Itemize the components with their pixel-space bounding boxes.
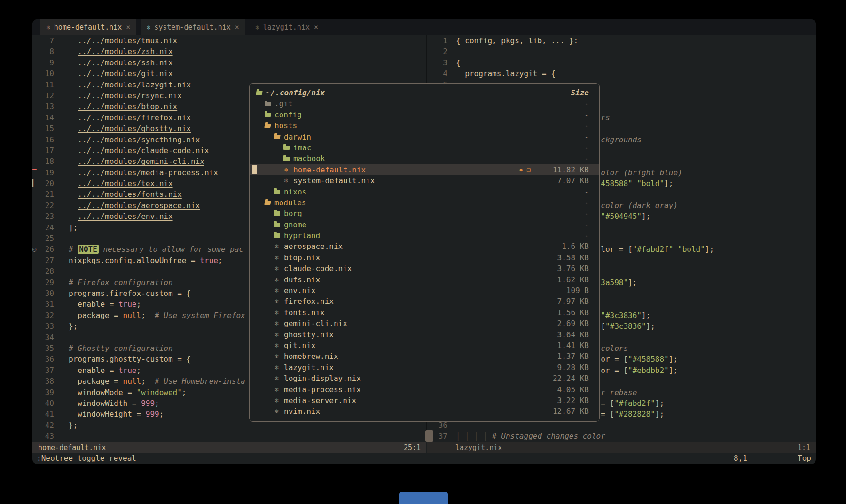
bottom-accent-bar: [399, 492, 448, 504]
ruler-position: 8,1: [734, 453, 747, 464]
code-segment: [69, 366, 78, 375]
code-segment: #: [69, 245, 78, 254]
tab-close-icon[interactable]: ×: [314, 23, 318, 31]
code-segment: ../../modules/rsync.nix: [78, 91, 182, 100]
tab-close-icon[interactable]: ×: [126, 23, 130, 31]
code-segment: ;: [141, 377, 146, 386]
code-segment: true: [118, 300, 137, 309]
tree-item[interactable]: hyprland -: [250, 230, 599, 241]
tree-item[interactable]: ❄ env.nix 109 B: [250, 285, 599, 296]
tree-item[interactable]: borg -: [250, 208, 599, 219]
editor-line[interactable]: 8 ../../modules/zsh.nix: [32, 46, 426, 57]
tree-item-size: -: [549, 219, 589, 230]
tree-item[interactable]: ❄ fonts.nix 1.56 KB: [250, 307, 599, 318]
editor-line[interactable]: 4 programs.lazygit = {: [427, 68, 816, 79]
code-segment: [69, 102, 78, 111]
editor-line[interactable]: 2: [427, 46, 816, 57]
gutter-sign: [32, 354, 39, 364]
line-code: # Ghostty configuration: [69, 343, 173, 354]
line-number: 18: [39, 156, 54, 167]
code-segment: ../../modules/lazygit.nix: [78, 80, 191, 89]
line-number: 35: [39, 343, 54, 354]
gutter-sign: [32, 101, 39, 112]
tree-item[interactable]: hosts -: [250, 120, 599, 131]
code-segment: [69, 377, 78, 386]
tab-item[interactable]: ❄ lazygit.nix ×: [250, 19, 324, 35]
tree-item-name: .git: [274, 98, 293, 109]
line-number: 1: [427, 35, 447, 46]
tree-item-size: -: [549, 120, 589, 131]
tree-item-name: hosts: [274, 120, 297, 131]
line-number: 43: [39, 431, 54, 442]
code-segment: programs.ghostty-custom = {: [69, 355, 191, 364]
code-segment: ];: [642, 311, 650, 320]
tree-item[interactable]: ❄ btop.nix 3.58 KB: [250, 252, 599, 263]
scrollbar-thumb[interactable]: [425, 430, 433, 442]
tree-item[interactable]: ❄ lazygit.nix 9.28 KB: [250, 362, 599, 373]
line-number: 28: [39, 266, 54, 277]
tree-item[interactable]: modules -: [250, 197, 599, 208]
code-segment: {: [456, 58, 461, 67]
size-column-header: Size: [571, 87, 589, 98]
gutter-sign: [32, 299, 39, 310]
editor-line[interactable]: 1 { config, pkgs, lib, ... }:: [427, 35, 816, 46]
code-segment: "#fabd2f": [614, 399, 655, 408]
tree-item-icon: [264, 124, 271, 128]
nix-file-icon: ❄: [282, 175, 290, 186]
tree-item[interactable]: ❄ nvim.nix 12.67 KB: [250, 406, 599, 417]
line-number: 21: [39, 189, 54, 200]
tree-item[interactable]: ❄ home-default.nix ●❐ 11.82 KB: [250, 164, 599, 175]
tree-item[interactable]: .git -: [250, 98, 599, 109]
code-segment: [69, 190, 78, 199]
tree-item[interactable]: ❄ ghostty.nix 3.64 KB: [250, 329, 599, 340]
line-code: ../../modules/btop.nix: [69, 101, 177, 112]
tree-item[interactable]: nixos -: [250, 186, 599, 197]
line-number: 32: [39, 310, 54, 321]
tree-item[interactable]: imac -: [250, 142, 599, 153]
editor-line[interactable]: 3 {: [427, 57, 816, 68]
tree-item-size: 11.82 KB: [549, 164, 589, 175]
tree-item[interactable]: ❄ homebrew.nix 1.37 KB: [250, 351, 599, 362]
code-segment: [69, 91, 78, 100]
tree-item-size: 22.24 KB: [549, 373, 589, 384]
tree-item[interactable]: ❄ claude-code.nix 3.76 KB: [250, 263, 599, 274]
tree-item[interactable]: ❄ login-display.nix 22.24 KB: [250, 373, 599, 384]
folder-icon: [265, 102, 271, 106]
tree-item[interactable]: ❄ media-server.nix 3.22 KB: [250, 395, 599, 406]
folder-icon: [265, 113, 271, 117]
folder-icon: [274, 223, 280, 227]
tree-item[interactable]: macbook -: [250, 153, 599, 164]
tab-bar: ❄ home-default.nix × ❄ system-default.ni…: [32, 19, 816, 35]
tree-item[interactable]: ❄ gemini-cli.nix 2.69 KB: [250, 318, 599, 329]
tree-item[interactable]: ❄ media-process.nix 4.05 KB: [250, 384, 599, 395]
line-code: ../../modules/zsh.nix: [69, 46, 173, 57]
tab-item[interactable]: ❄ home-default.nix ×: [40, 19, 136, 35]
line-number: 27: [39, 255, 54, 266]
tree-item[interactable]: config -: [250, 109, 599, 120]
editor-line[interactable]: 10 ../../modules/git.nix: [32, 68, 426, 79]
code-segment: enable =: [78, 300, 118, 309]
tree-item-size: 3.58 KB: [549, 252, 589, 263]
code-segment: true: [200, 256, 218, 265]
tree-item[interactable]: ❄ dufs.nix 1.62 KB: [250, 274, 599, 285]
line-code: windowWidth = 999;: [69, 398, 159, 409]
line-code: programs.lazygit = {: [456, 68, 556, 79]
tree-item[interactable]: ❄ system-default.nix 7.07 KB: [250, 175, 599, 186]
editor-line[interactable]: 43: [32, 431, 426, 442]
editor-line[interactable]: 7 ../../modules/tmux.nix: [32, 35, 426, 46]
code-segment: true: [118, 366, 137, 375]
editor-line[interactable]: 9 ../../modules/ssh.nix: [32, 57, 426, 68]
tab-item[interactable]: ❄ system-default.nix ×: [141, 19, 245, 35]
tree-item[interactable]: ❄ aerospace.nix 1.6 KB: [250, 241, 599, 252]
tree-item-name: firefox.nix: [284, 296, 334, 307]
tree-item[interactable]: ❄ git.nix 1.41 KB: [250, 340, 599, 351]
line-number: 26: [39, 244, 54, 255]
line-code: ../../modules/firefox.nix: [69, 112, 191, 123]
tree-item[interactable]: ❄ firefox.nix 7.97 KB: [250, 296, 599, 307]
tree-item-size: 1.6 KB: [549, 241, 589, 252]
editor-line[interactable]: 37 │ │ │ │ # Unstagged changes color: [427, 431, 816, 442]
command-line[interactable]: :Neotree toggle reveal 8,1 Top: [32, 453, 816, 464]
tree-item[interactable]: gnome -: [250, 219, 599, 230]
tree-item[interactable]: darwin -: [250, 132, 599, 142]
tab-close-icon[interactable]: ×: [235, 23, 239, 31]
